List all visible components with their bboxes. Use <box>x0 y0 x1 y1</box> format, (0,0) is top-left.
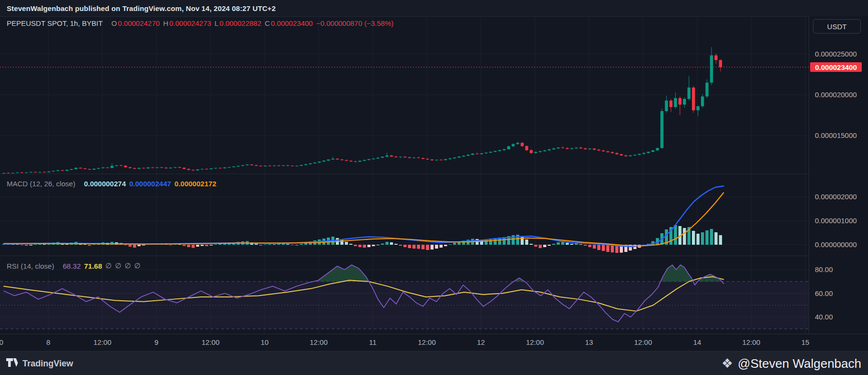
high-value: 0.000024273 <box>169 19 211 27</box>
time-tick-label: 13 <box>585 338 593 346</box>
time-tick-label: 12:00 <box>526 338 544 346</box>
time-tick-label: 12:00 <box>310 338 328 346</box>
axis-tick-label: 0.000025000 <box>815 50 857 58</box>
time-tick-label: 14 <box>693 338 701 346</box>
close-value: 0.000023400 <box>271 19 313 27</box>
rsi-title[interactable]: RSI (14, close) <box>7 262 54 270</box>
macd-legend[interactable]: MACD (12, 26, close) 0.000000274 0.00000… <box>7 180 216 188</box>
time-tick-label: 12:00 <box>201 338 220 346</box>
rsi-empty-1: ∅ <box>105 261 111 270</box>
rsi-value: 68.32 <box>63 262 81 270</box>
time-tick-label: 11 <box>369 338 377 346</box>
time-tick-label: 12:00 <box>0 338 3 346</box>
rsi-empty-3: ∅ <box>124 261 131 270</box>
publish-text: StevenWalgenbach published on TradingVie… <box>7 4 276 12</box>
time-tick-label: 9 <box>155 338 158 346</box>
rsi-ma-value: 71.68 <box>84 262 102 270</box>
time-tick-label: 12:00 <box>742 338 760 346</box>
time-tick-label: 12 <box>477 338 485 346</box>
diamond-logo-icon: ❖ <box>722 357 733 370</box>
tradingview-brand-label[interactable]: TradingView <box>22 359 73 369</box>
close-label: C <box>265 19 270 27</box>
macd-title[interactable]: MACD (12, 26, close) <box>7 180 75 188</box>
axis-tick-label: 0.000015000 <box>815 131 857 139</box>
author-credit: ❖ @Steven Walgenbach <box>722 356 861 371</box>
macd-hist-value: 0.000000274 <box>84 180 126 188</box>
open-value: 0.000024270 <box>118 19 160 27</box>
macd-line-value: 0.000002447 <box>129 180 171 188</box>
axis-tick-label: 40.00 <box>815 313 833 321</box>
tradingview-screenshot: StevenWalgenbach published on TradingVie… <box>0 0 868 375</box>
symbol-legend[interactable]: PEPEUSDT SPOT, 1h, BYBIT O 0.000024270 H… <box>7 19 394 27</box>
low-value: 0.000022882 <box>220 19 262 27</box>
axis-tick-label: 0.000020000 <box>815 91 857 99</box>
axis-tick-label: 60.00 <box>815 289 833 297</box>
axis-tick-label: 80.00 <box>815 265 833 273</box>
time-tick-label: 8 <box>46 338 50 346</box>
time-tick-label: 15 <box>801 338 810 346</box>
footer-bar: TradingView ❖ @Steven Walgenbach <box>0 351 868 375</box>
rsi-legend[interactable]: RSI (14, close) 68.32 71.68 ∅ ∅ ∅ ∅ <box>7 261 141 270</box>
change-value: −0.000000870 (−3.58%) <box>316 19 394 27</box>
rsi-empty-4: ∅ <box>134 261 141 270</box>
high-label: H <box>163 19 168 27</box>
tradingview-logo-icon <box>6 358 18 369</box>
rsi-empty-2: ∅ <box>115 261 121 270</box>
time-tick-label: 12:00 <box>634 338 652 346</box>
macd-signal-value: 0.000002172 <box>175 180 217 188</box>
low-label: L <box>214 19 218 27</box>
axis-tick-label: 0.000002000 <box>815 193 857 201</box>
chart-canvas[interactable] <box>0 16 809 334</box>
time-axis[interactable]: 12:00812:00912:001012:001112:001212:0013… <box>0 334 868 352</box>
publish-banner: StevenWalgenbach published on TradingVie… <box>0 0 868 17</box>
tradingview-brand[interactable]: TradingView <box>6 358 73 369</box>
axis-tick-label: 0.000001000 <box>815 216 857 225</box>
currency-toggle-button[interactable]: USDT <box>813 19 861 34</box>
time-tick-label: 10 <box>261 338 269 346</box>
time-tick-label: 12:00 <box>418 338 436 346</box>
author-credit-label: @Steven Walgenbach <box>738 356 861 371</box>
open-label: O <box>111 19 117 27</box>
axis-tick-label: 0.000000000 <box>815 240 857 249</box>
price-axis[interactable]: USDT 0.0000250000.0000200000.0000150000.… <box>809 16 868 334</box>
time-tick-label: 12:00 <box>93 338 111 346</box>
last-price-badge: 0.000023400 <box>810 62 862 72</box>
symbol-title[interactable]: PEPEUSDT SPOT, 1h, BYBIT <box>7 19 103 27</box>
